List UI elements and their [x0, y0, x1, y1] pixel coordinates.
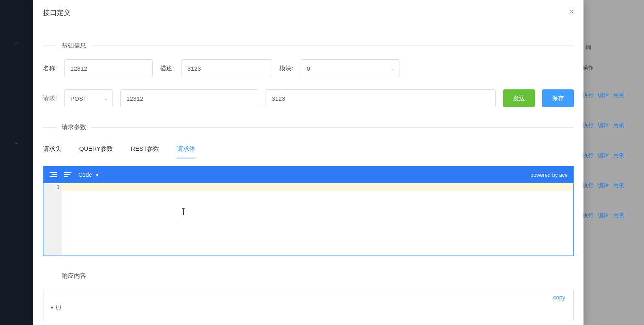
bg-action-link[interactable]: 执行	[582, 152, 594, 158]
copy-button[interactable]: copy	[553, 294, 565, 301]
save-button[interactable]: 保存	[542, 89, 574, 107]
caret-down-icon: ▼	[51, 305, 54, 310]
url-input[interactable]	[266, 89, 496, 107]
editor-powered-by: powered by ace	[530, 172, 568, 178]
section-header-params: 请求参数	[43, 124, 574, 131]
caret-down-icon: ▼	[95, 173, 99, 178]
modal-title: 接口定义	[43, 8, 574, 17]
editor-mode-label: Code	[78, 171, 92, 178]
bg-action-link[interactable]: 用例	[613, 212, 625, 219]
name-input[interactable]	[64, 59, 153, 77]
bg-action-row: 执行编辑用例	[582, 182, 635, 189]
response-root-node[interactable]: ▼{}	[51, 304, 566, 310]
tab-2[interactable]: REST参数	[131, 143, 159, 158]
label-module: 模块:	[279, 65, 293, 72]
send-button[interactable]: 发送	[503, 89, 535, 107]
response-panel: copy ▼{}	[43, 290, 574, 321]
bg-action-link[interactable]: 用例	[613, 152, 625, 158]
param-tabs: 请求头QUERY参数REST参数请求体	[43, 143, 574, 158]
bg-action-row: 执行编辑用例	[582, 152, 635, 159]
bg-action-row: 执行编辑用例	[582, 122, 635, 129]
bg-actions-column: 操作 执行编辑用例执行编辑用例执行编辑用例执行编辑用例执行编辑用例	[582, 64, 635, 242]
editor-gutter: 1	[43, 183, 62, 256]
line-number: 1	[43, 184, 60, 190]
request-body-editor: Code ▼ powered by ace 1 I	[43, 166, 574, 256]
module-select[interactable]	[301, 59, 400, 77]
label-desc: 描述:	[160, 65, 174, 72]
desc-input[interactable]	[181, 59, 272, 77]
api-definition-modal: ✕ 接口定义 基础信息 名称: 描述: 模块: ⌄ 请求: ⌄	[33, 0, 583, 325]
bg-action-link[interactable]: 用例	[613, 92, 625, 98]
tab-0[interactable]: 请求头	[43, 143, 61, 158]
format-indent-icon[interactable]	[49, 171, 57, 179]
text-cursor-icon: I	[182, 206, 185, 218]
bg-action-row: 执行编辑用例	[582, 92, 635, 99]
section-label-basic: 基础信息	[62, 42, 86, 50]
tab-1[interactable]: QUERY参数	[79, 143, 113, 158]
section-header-response: 响应内容	[43, 272, 574, 280]
bg-action-link[interactable]: 编辑	[598, 152, 609, 158]
bg-actions-header: 操作	[582, 64, 635, 72]
editor-code-area[interactable]: I	[62, 183, 573, 256]
editor-mode-select[interactable]: Code ▼	[78, 171, 99, 178]
bg-action-link[interactable]: 执行	[582, 122, 594, 128]
bg-action-link[interactable]: 编辑	[598, 92, 609, 98]
format-align-icon[interactable]	[64, 171, 72, 179]
bg-action-link[interactable]: 编辑	[598, 212, 609, 219]
path-input[interactable]	[120, 89, 258, 107]
bg-action-link[interactable]: 执行	[582, 92, 594, 98]
editor-active-line	[62, 183, 573, 191]
bg-action-link[interactable]: 执行	[582, 212, 594, 219]
bg-action-link[interactable]: 编辑	[598, 122, 609, 128]
bg-action-row: 执行编辑用例	[582, 212, 635, 219]
label-request: 请求:	[43, 95, 57, 102]
response-root-value: {}	[55, 304, 62, 310]
bg-action-link[interactable]: 编辑	[598, 182, 609, 188]
section-label-params: 请求参数	[62, 124, 86, 131]
section-header-basic: 基础信息	[43, 42, 574, 50]
bg-query-suffix: 询	[586, 44, 591, 51]
close-icon[interactable]: ✕	[568, 7, 575, 16]
bg-action-link[interactable]: 执行	[582, 182, 594, 188]
bg-action-link[interactable]: 用例	[613, 182, 625, 188]
section-label-response: 响应内容	[62, 272, 86, 280]
editor-toolbar: Code ▼ powered by ace	[43, 166, 573, 183]
label-name: 名称:	[43, 65, 57, 72]
tab-3[interactable]: 请求体	[177, 143, 195, 158]
method-select[interactable]	[64, 89, 113, 107]
bg-action-link[interactable]: 用例	[613, 122, 625, 128]
